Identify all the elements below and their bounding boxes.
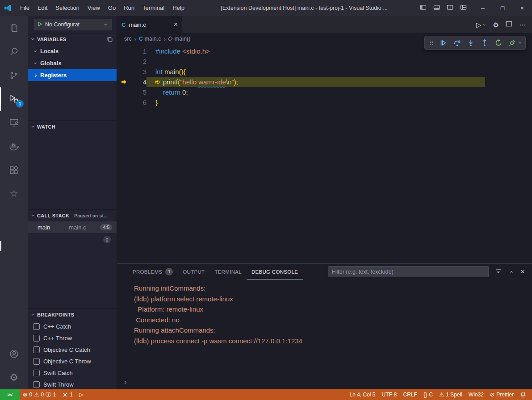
tab-close-icon[interactable]: × [174,21,178,28]
menu-run[interactable]: Run [120,0,138,16]
breakpoint-checkbox[interactable] [33,335,40,342]
step-over-button[interactable] [451,37,463,49]
panel-tab-debug-console[interactable]: DEBUG CONSOLE [247,264,303,279]
debug-config-dropdown[interactable]: No Configurat › [34,19,112,30]
filter-lines-icon[interactable] [495,268,502,276]
layout-sidebar-right-icon[interactable] [447,4,453,12]
code-line[interactable]: 5 return 0; [117,87,532,97]
platform-status[interactable]: Win32 [465,389,487,400]
line-number[interactable]: 3 [130,67,147,77]
minimize-button[interactable]: – [473,0,493,16]
language-mode[interactable]: {} C [420,389,436,400]
menu-terminal[interactable]: Terminal [138,0,168,16]
breadcrumb-item-src[interactable]: src [124,36,132,42]
collapse-all-icon[interactable] [107,36,113,42]
settings-gear-button[interactable]: ⚙ [0,366,28,389]
configure-gear-button[interactable]: ⚙ [493,21,499,28]
remote-indicator[interactable]: >< [0,389,20,400]
breakpoint-item-objective-c-throw[interactable]: Objective C Throw [28,355,117,367]
accounts-button[interactable] [0,342,28,366]
tab-main-c[interactable]: C main.c × [117,16,182,33]
gutter-glyph[interactable] [117,46,130,56]
line-number[interactable]: 4 [130,77,147,87]
activity-extensions[interactable] [0,158,28,182]
code-line[interactable]: 2 [117,56,532,67]
breakpoint-item-swift-throw[interactable]: Swift Throw [28,379,117,390]
debug-console-output[interactable]: Running initCommands:(lldb) platform sel… [117,279,532,389]
drag-grip-icon[interactable]: ⠿ [427,37,436,49]
breakpoints-header[interactable]: › BREAKPOINTS [28,309,117,321]
notifications-bell[interactable] [517,389,529,400]
spell-status[interactable]: ⚠ 1 Spell [436,389,465,400]
menu-selection[interactable]: Selection [51,0,83,16]
disconnect-dropdown-icon[interactable]: › [517,41,524,45]
gutter-glyph[interactable] [117,67,130,77]
breakpoint-checkbox[interactable] [33,358,40,365]
breadcrumb-item-main[interactable]: main() [168,36,190,42]
gutter-glyph[interactable] [117,87,130,97]
breakpoint-checkbox[interactable] [33,381,40,388]
breakpoint-item-c-catch[interactable]: C++ Catch [28,321,117,332]
watch-header[interactable]: › WATCH [28,121,117,133]
line-number[interactable]: 2 [130,56,147,67]
breadcrumb-item-main-c[interactable]: Cmain.c [139,36,161,42]
breakpoint-checkbox[interactable] [33,346,40,353]
menu-go[interactable]: Go [104,0,120,16]
menu-file[interactable]: File [16,0,34,16]
formatter-status[interactable]: ⊘ Prettier [487,389,517,400]
step-into-button[interactable] [465,37,477,49]
code-editor[interactable]: 1#include <stdio.h>23int main(){4 printf… [117,45,532,263]
problems-status[interactable]: ⊗ 0 ⚠ 0 ⓘ 1 [20,389,59,400]
code-line[interactable]: 4 printf("hello wamr-ide\n"); [117,77,532,87]
line-number[interactable]: 5 [130,87,147,97]
gutter-glyph[interactable] [117,97,130,108]
step-out-button[interactable] [478,37,491,49]
layout-customize-icon[interactable] [460,4,467,12]
breakpoint-checkbox[interactable] [33,370,40,376]
eol-status[interactable]: CRLF [400,389,420,400]
line-number[interactable]: 1 [130,46,147,56]
current-line-arrow-icon[interactable] [117,77,130,87]
continue-button[interactable] [437,37,449,49]
activity-explorer[interactable] [0,16,28,40]
activity-source-control[interactable] [0,63,28,87]
call-stack-frame[interactable]: mainmain.c4:5 [28,221,117,233]
more-actions-button[interactable]: ⋯ [519,21,526,28]
breakpoint-item-objective-c-catch[interactable]: Objective C Catch [28,344,117,355]
menu-edit[interactable]: Edit [34,0,51,16]
breakpoint-checkbox[interactable] [33,323,40,330]
breakpoint-item-swift-catch[interactable]: Swift Catch [28,367,117,379]
activity-docker[interactable] [0,134,28,158]
panel-tab-terminal[interactable]: TERMINAL [209,264,247,279]
layout-panel-icon[interactable] [433,4,440,12]
call-stack-header[interactable]: › CALL STACK Paused on st... [28,210,117,221]
activity-run-and-debug[interactable]: 1 [0,87,28,111]
variables-item-registers[interactable]: ›Registers [28,69,117,81]
breakpoint-item-c-throw[interactable]: C++ Throw [28,332,117,344]
activity-search[interactable] [0,40,28,63]
close-button[interactable]: × [512,0,532,16]
run-file-button[interactable]: ▷› [476,21,486,28]
chevron-up-icon[interactable]: › [508,269,514,275]
layout-sidebar-left-icon[interactable] [420,4,427,12]
variables-item-globals[interactable]: ›Globals [28,57,117,69]
split-editor-button[interactable] [506,21,512,29]
activity-star[interactable]: ☆ [0,182,28,205]
activity-remote-explorer[interactable] [0,111,28,134]
close-panel-icon[interactable]: × [520,268,525,275]
line-number[interactable]: 6 [130,97,147,108]
console-prompt-icon[interactable]: › [124,378,127,387]
debug-status[interactable]: ▷ [76,389,87,400]
restart-button[interactable] [492,37,505,49]
gutter-glyph[interactable] [117,56,130,67]
variables-item-locals[interactable]: ›Locals [28,45,117,57]
cursor-position[interactable]: Ln 4, Col 5 [346,389,378,400]
code-line[interactable]: 3int main(){ [117,67,532,77]
panel-tab-problems[interactable]: PROBLEMS1 [128,264,178,279]
encoding-status[interactable]: UTF-8 [379,389,400,400]
maximize-button[interactable]: □ [493,0,512,16]
menu-view[interactable]: View [84,0,104,16]
panel-tab-output[interactable]: OUTPUT [178,264,209,279]
menu-help[interactable]: Help [168,0,189,16]
variables-header[interactable]: › VARIABLES [28,33,117,45]
